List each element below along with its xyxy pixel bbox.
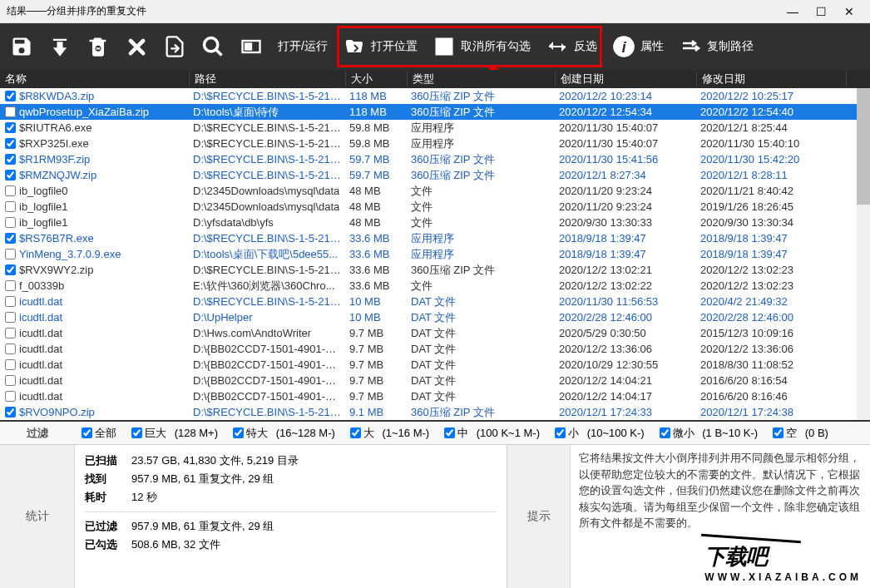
- row-checkbox[interactable]: [5, 233, 16, 244]
- table-row[interactable]: ib_logfile1D:\yfsdata\db\yfs48 MB文件2020/…: [0, 215, 870, 230]
- filter-all[interactable]: 全部: [82, 426, 116, 441]
- row-checkbox[interactable]: [5, 122, 16, 133]
- copy-path-button[interactable]: 复制路径: [679, 35, 754, 58]
- column-name[interactable]: 名称: [0, 72, 190, 86]
- scrollbar-thumb[interactable]: [857, 88, 870, 205]
- table-row[interactable]: icudtl.datD:\{BB02CCD7-1501-4901-B5E...9…: [0, 388, 870, 404]
- copy-path-icon: [679, 35, 702, 58]
- search-button[interactable]: [201, 35, 225, 58]
- column-size[interactable]: 大小: [346, 72, 408, 86]
- stats-filtered-key: 已过滤: [85, 519, 131, 534]
- table-row[interactable]: $RVO9NPO.zipD:\$RECYCLE.BIN\S-1-5-21-21.…: [0, 404, 870, 420]
- maximize-button[interactable]: ☐: [807, 2, 835, 22]
- save-icon: [10, 35, 33, 58]
- filter-tiny[interactable]: 微小 (1 B~10 K-): [660, 426, 758, 441]
- column-modified[interactable]: 修改日期: [697, 72, 847, 86]
- cell-modified: 2020/11/30 15:42:20: [697, 153, 847, 166]
- cell-modified: 2018/9/18 1:39:47: [697, 232, 847, 245]
- row-checkbox[interactable]: [5, 201, 16, 212]
- open-run-button[interactable]: 打开/运行: [278, 39, 328, 54]
- table-row[interactable]: $R1RM93F.zipD:\$RECYCLE.BIN\S-1-5-21-21.…: [0, 151, 870, 167]
- table-body[interactable]: $R8KWDA3.zipD:\$RECYCLE.BIN\S-1-5-21-21.…: [0, 88, 870, 422]
- row-checkbox[interactable]: [5, 185, 16, 196]
- preview-button[interactable]: [240, 35, 263, 58]
- row-checkbox[interactable]: [5, 343, 16, 354]
- row-checkbox[interactable]: [5, 154, 16, 165]
- cell-name: $RMZNQJW.zip: [19, 169, 96, 181]
- filter-large[interactable]: 大 (1~16 M-): [350, 426, 429, 441]
- row-checkbox[interactable]: [5, 328, 16, 338]
- cell-type: 文件: [408, 200, 556, 215]
- table-row[interactable]: icudtl.datD:\UpHelper10 MBDAT 文件2020/2/2…: [0, 309, 870, 325]
- cell-path: D:\$RECYCLE.BIN\S-1-5-21-21...: [190, 169, 346, 181]
- properties-button[interactable]: i属性: [612, 35, 664, 58]
- table-row[interactable]: YinMeng_3.7.0.9.exeD:\tools\桌面\下载吧\5dee5…: [0, 246, 870, 262]
- cell-name: $R8KWDA3.zip: [19, 90, 94, 102]
- row-checkbox[interactable]: [5, 375, 16, 386]
- move-button[interactable]: [163, 35, 186, 58]
- filter-huge-checkbox[interactable]: [131, 427, 142, 438]
- filter-small-checkbox[interactable]: [555, 427, 566, 438]
- table-row[interactable]: $RIUTRA6.exeD:\$RECYCLE.BIN\S-1-5-21-21.…: [0, 120, 870, 136]
- invert-selection-button[interactable]: 反选: [546, 35, 597, 58]
- filter-large-checkbox[interactable]: [350, 427, 361, 438]
- row-checkbox[interactable]: [5, 170, 16, 180]
- filter-empty-checkbox[interactable]: [773, 427, 783, 438]
- row-checkbox[interactable]: [5, 106, 16, 117]
- table-row[interactable]: ib_logfile0D:\2345Downloads\mysql\data48…: [0, 183, 870, 199]
- delete-button[interactable]: [125, 35, 148, 58]
- table-row[interactable]: icudtl.datD:\$RECYCLE.BIN\S-1-5-21-21...…: [0, 294, 870, 309]
- table-row[interactable]: f_00339bE:\软件\360浏览器\360Chro...33.6 MB文件…: [0, 278, 870, 294]
- filter-huge[interactable]: 巨大 (128 M+): [131, 426, 218, 441]
- table-row[interactable]: $RXP325I.exeD:\$RECYCLE.BIN\S-1-5-21-21.…: [0, 136, 870, 151]
- filter-tiny-checkbox[interactable]: [660, 427, 670, 438]
- filter-label: 过滤: [8, 426, 67, 441]
- cell-size: 48 MB: [346, 216, 408, 229]
- cell-path: D:\UpHelper: [190, 311, 346, 324]
- row-checkbox[interactable]: [5, 217, 16, 228]
- row-checkbox[interactable]: [5, 249, 16, 259]
- row-checkbox[interactable]: [5, 359, 16, 370]
- vertical-scrollbar[interactable]: [857, 88, 870, 420]
- column-created[interactable]: 创建日期: [556, 72, 697, 86]
- uncheck-all-button[interactable]: 取消所有勾选: [433, 35, 531, 58]
- table-row[interactable]: icudtl.datD:\Hws.com\AndtoWriter9.7 MBDA…: [0, 325, 870, 341]
- download-button[interactable]: [48, 35, 72, 58]
- filter-medium[interactable]: 中 (100 K~1 M-): [444, 426, 540, 441]
- column-path[interactable]: 路径: [190, 72, 346, 86]
- row-checkbox[interactable]: [5, 138, 16, 149]
- cell-created: 2020/2/28 12:46:00: [556, 311, 697, 324]
- table-row[interactable]: $RS76B7R.exeD:\$RECYCLE.BIN\S-1-5-21-21.…: [0, 230, 870, 246]
- table-row[interactable]: $RVX9WY2.zipD:\$RECYCLE.BIN\S-1-5-21-21.…: [0, 262, 870, 278]
- table-row[interactable]: icudtl.datD:\{BB02CCD7-1501-4901-B5E...9…: [0, 373, 870, 388]
- column-type[interactable]: 类型: [408, 72, 556, 86]
- row-checkbox[interactable]: [5, 312, 16, 323]
- table-row[interactable]: $R8KWDA3.zipD:\$RECYCLE.BIN\S-1-5-21-21.…: [0, 88, 870, 104]
- row-checkbox[interactable]: [5, 264, 16, 275]
- table-row[interactable]: qwbProsetup_XiaZaiBa.zipD:\tools\桌面\待传11…: [0, 104, 870, 120]
- table-row[interactable]: ib_logfile1D:\2345Downloads\mysql\data48…: [0, 199, 870, 215]
- cell-size: 9.7 MB: [346, 343, 408, 355]
- row-checkbox[interactable]: [5, 296, 16, 307]
- open-location-button[interactable]: 打开位置: [343, 35, 418, 58]
- filter-xlarge-checkbox[interactable]: [233, 427, 244, 438]
- row-checkbox[interactable]: [5, 407, 16, 418]
- filter-empty[interactable]: 空 (0 B): [773, 426, 828, 441]
- row-checkbox[interactable]: [5, 91, 16, 101]
- filter-medium-checkbox[interactable]: [444, 427, 455, 438]
- cell-size: 33.6 MB: [346, 232, 408, 245]
- filter-small[interactable]: 小 (10~100 K-): [555, 426, 645, 441]
- results-table: 名称 路径 大小 类型 创建日期 修改日期 $R8KWDA3.zipD:\$RE…: [0, 70, 870, 422]
- close-button[interactable]: ✕: [835, 2, 863, 22]
- cell-path: D:\2345Downloads\mysql\data: [190, 185, 346, 197]
- recycle-button[interactable]: [87, 35, 110, 58]
- row-checkbox[interactable]: [5, 391, 16, 402]
- table-row[interactable]: icudtl.datD:\{BB02CCD7-1501-4901-B5E...9…: [0, 341, 870, 357]
- table-row[interactable]: icudtl.datD:\{BB02CCD7-1501-4901-B5E...9…: [0, 357, 870, 373]
- filter-all-checkbox[interactable]: [82, 427, 92, 438]
- save-button[interactable]: [10, 35, 33, 58]
- filter-xlarge[interactable]: 特大 (16~128 M-): [233, 426, 335, 441]
- table-row[interactable]: $RMZNQJW.zipD:\$RECYCLE.BIN\S-1-5-21-21.…: [0, 167, 870, 183]
- minimize-button[interactable]: —: [779, 2, 807, 22]
- row-checkbox[interactable]: [5, 280, 16, 291]
